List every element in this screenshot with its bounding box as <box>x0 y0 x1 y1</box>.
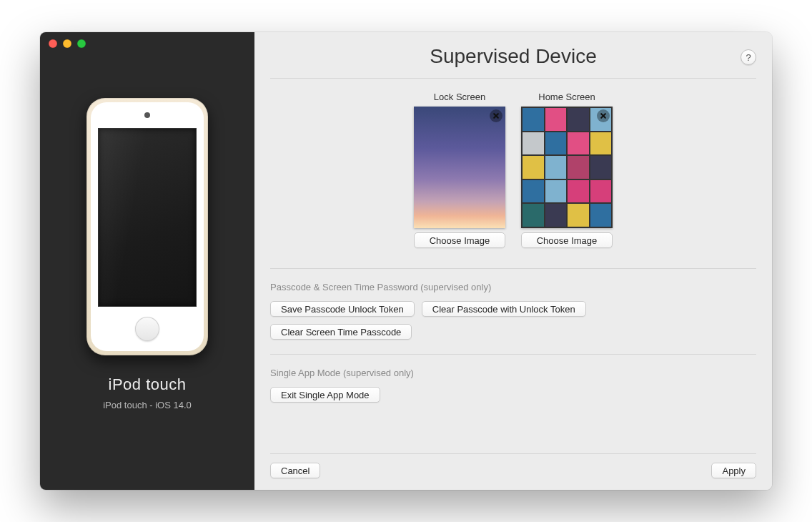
home-tile <box>523 132 544 155</box>
lock-screen-preview[interactable] <box>414 107 505 228</box>
single-app-mode-label: Single App Mode (supervised only) <box>270 368 756 378</box>
choose-lock-image-button[interactable]: Choose Image <box>414 232 505 248</box>
home-tile <box>568 204 589 227</box>
remove-lock-image-button[interactable] <box>490 109 502 122</box>
cancel-button[interactable]: Cancel <box>270 463 320 478</box>
content-pane: Supervised Device ? Lock Screen Choose I… <box>254 32 772 490</box>
home-tile <box>568 156 589 179</box>
help-button[interactable]: ? <box>741 49 756 65</box>
home-tile <box>523 180 544 203</box>
home-tile <box>523 204 544 227</box>
home-screen-preview[interactable] <box>521 107 613 228</box>
passcode-section: Passcode & Screen Time Password (supervi… <box>270 268 756 354</box>
apply-button[interactable]: Apply <box>711 463 756 478</box>
footer: Cancel Apply <box>270 453 756 478</box>
device-screen-icon <box>98 128 197 307</box>
home-tile <box>545 132 567 155</box>
device-illustration-inner <box>91 102 204 351</box>
home-tile <box>568 108 589 131</box>
home-tile <box>590 132 612 155</box>
remove-home-image-button[interactable] <box>597 109 610 122</box>
exit-single-app-mode-button[interactable]: Exit Single App Mode <box>270 387 380 403</box>
lock-screen-column: Lock Screen Choose Image <box>413 92 506 248</box>
home-tile <box>568 180 589 203</box>
home-tile <box>523 108 544 131</box>
choose-home-image-button[interactable]: Choose Image <box>521 232 613 248</box>
wallpaper-section: Lock Screen Choose Image Home Screen Cho… <box>270 79 756 268</box>
close-window-button[interactable] <box>49 39 57 48</box>
home-tile <box>545 180 567 203</box>
device-illustration <box>86 98 208 355</box>
passcode-section-label: Passcode & Screen Time Password (supervi… <box>270 282 756 292</box>
content-header: Supervised Device ? <box>270 45 756 79</box>
window-controls <box>49 39 86 48</box>
save-passcode-token-button[interactable]: Save Passcode Unlock Token <box>270 301 415 317</box>
home-tile <box>545 204 567 227</box>
device-subtitle-label: iPod touch - iOS 14.0 <box>103 400 192 410</box>
single-app-mode-section: Single App Mode (supervised only) Exit S… <box>270 354 756 417</box>
home-tile <box>523 156 544 179</box>
clear-passcode-button[interactable]: Clear Passcode with Unlock Token <box>422 301 586 317</box>
device-camera-icon <box>144 112 150 118</box>
home-screen-column: Home Screen Choose Image <box>520 92 613 248</box>
device-home-button-icon <box>135 317 159 341</box>
device-sidebar: iPod touch iPod touch - iOS 14.0 <box>40 32 254 490</box>
lock-screen-label: Lock Screen <box>434 92 485 102</box>
zoom-window-button[interactable] <box>77 39 86 48</box>
page-title: Supervised Device <box>430 45 596 68</box>
home-tile <box>590 204 612 227</box>
home-tile <box>545 156 567 179</box>
minimize-window-button[interactable] <box>63 39 71 48</box>
device-name-label: iPod touch <box>109 375 187 394</box>
home-tile <box>590 156 612 179</box>
home-tile <box>590 180 612 203</box>
home-tile <box>568 132 589 155</box>
home-screen-label: Home Screen <box>538 92 595 102</box>
home-tile <box>545 108 567 131</box>
clear-screen-time-button[interactable]: Clear Screen Time Passcode <box>270 324 412 340</box>
app-window: iPod touch iPod touch - iOS 14.0 Supervi… <box>40 32 772 490</box>
